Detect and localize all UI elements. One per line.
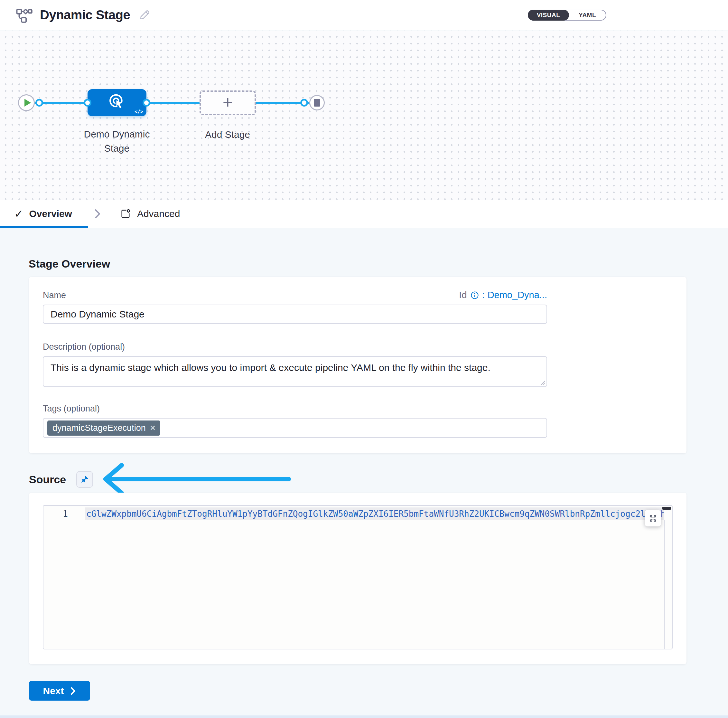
expand-editor-button[interactable] <box>645 510 661 527</box>
tag-chip: dynamicStageExecution × <box>47 421 160 436</box>
stage-overview-panel: Stage Overview Name Id : Demo_Dyna... De… <box>0 228 728 718</box>
toggle-visual[interactable]: VISUAL <box>528 10 569 21</box>
description-label: Description (optional) <box>43 342 547 352</box>
tags-label: Tags (optional) <box>43 404 547 414</box>
visual-yaml-toggle[interactable]: VISUAL YAML <box>528 10 606 21</box>
editor-scrollbar-track <box>664 520 665 649</box>
toggle-yaml[interactable]: YAML <box>569 10 606 20</box>
line-number: 1 <box>43 509 71 519</box>
pin-button[interactable] <box>76 471 93 488</box>
stage-overview-card: Name Id : Demo_Dyna... Description (opti… <box>29 277 687 453</box>
pipeline-connector-line <box>26 102 317 104</box>
stage-id-value[interactable]: : Demo_Dyna... <box>482 290 547 300</box>
check-icon: ✓ <box>14 207 23 220</box>
bottom-edge-strip <box>0 715 728 718</box>
connector-ring <box>35 99 43 107</box>
source-heading: Source <box>29 473 66 486</box>
pipeline-start-node <box>18 94 35 111</box>
id-label: Id <box>459 290 466 300</box>
tag-remove-icon[interactable]: × <box>150 424 156 432</box>
page-header: Dynamic Stage VISUAL YAML <box>0 0 728 30</box>
name-label: Name <box>43 291 66 300</box>
expand-fullscreen-icon <box>648 514 658 523</box>
stage-id-row: Id : Demo_Dyna... <box>459 290 547 300</box>
code-badge: </> <box>135 109 143 115</box>
editor-scrollbar-thumb[interactable] <box>662 507 671 510</box>
add-stage-label: Add Stage <box>186 129 269 140</box>
source-code-editor[interactable]: 1 cGlwZWxpbmU6CiAgbmFtZTogRHluYW1pYyBTdG… <box>43 505 673 649</box>
next-button[interactable]: Next <box>29 681 90 701</box>
resize-handle-icon[interactable] <box>539 379 546 386</box>
stage-node-demo-dynamic-stage[interactable]: </> <box>87 89 147 116</box>
play-icon <box>24 99 31 107</box>
chevron-right-icon <box>70 686 76 696</box>
connector-ring <box>300 99 308 107</box>
active-tab-underline <box>0 226 88 228</box>
tab-advanced[interactable]: Advanced <box>120 208 180 220</box>
stage-tabbar: ✓ Overview Advanced <box>0 200 728 228</box>
tag-chip-label: dynamicStageExecution <box>52 423 146 433</box>
connector-ring <box>84 99 92 107</box>
click-cursor-icon <box>108 93 127 112</box>
chevron-right-icon <box>93 207 102 220</box>
name-input[interactable] <box>43 305 547 324</box>
pin-icon <box>80 475 89 484</box>
tab-overview-label: Overview <box>29 208 72 219</box>
stage-overview-heading: Stage Overview <box>29 257 728 270</box>
info-icon[interactable] <box>470 291 479 300</box>
pipeline-canvas: </> Demo Dynamic Stage + Add Stage <box>0 31 728 200</box>
tab-overview[interactable]: ✓ Overview <box>14 207 72 220</box>
advanced-settings-icon <box>120 208 131 220</box>
pipeline-end-node <box>309 95 325 110</box>
pipeline-stage-icon <box>15 6 33 24</box>
source-card: 1 cGlwZWxpbmU6CiAgbmFtZTogRHluYW1pYyBTdG… <box>29 493 687 664</box>
tags-input[interactable]: dynamicStageExecution × <box>43 418 547 438</box>
tab-advanced-label: Advanced <box>137 208 180 219</box>
stage-node-label: Demo Dynamic Stage <box>75 127 159 156</box>
page-title: Dynamic Stage <box>40 8 130 22</box>
annotation-arrow-left-icon <box>100 462 294 496</box>
plus-icon: + <box>223 93 233 111</box>
stop-icon <box>314 99 320 107</box>
next-button-label: Next <box>43 686 64 697</box>
add-stage-button[interactable]: + <box>200 90 256 115</box>
edit-title-icon[interactable] <box>138 9 151 21</box>
source-code-line[interactable]: cGlwZWxpbmU6CiAgbmFtZTogRHluYW1pYyBTdGFn… <box>85 507 664 520</box>
description-textarea[interactable]: This is a dynamic stage which allows you… <box>43 356 547 387</box>
description-text: This is a dynamic stage which allows you… <box>50 362 491 373</box>
source-heading-row: Source <box>29 470 728 489</box>
connector-ring <box>142 99 150 107</box>
